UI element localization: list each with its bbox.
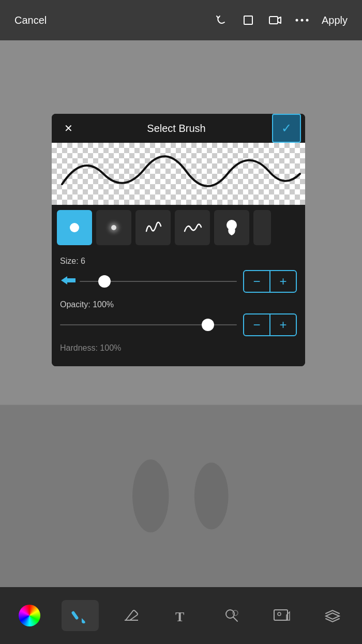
color-wheel: [19, 605, 40, 626]
eraser-icon: [119, 604, 142, 627]
toolbar-left: Cancel: [8, 10, 53, 31]
brush-item-partial: [253, 210, 271, 245]
bottom-toolbar: T: [0, 587, 362, 644]
size-label: Size: 6: [60, 257, 297, 266]
svg-point-7: [132, 459, 169, 532]
wave-brush-icon: [182, 217, 203, 238]
dialog-close-button[interactable]: ✕: [54, 114, 83, 143]
round-brush-dot: [70, 223, 79, 232]
svg-point-3: [300, 19, 303, 22]
opacity-stepper: − +: [243, 313, 297, 336]
script-brush-icon: [142, 217, 164, 238]
svg-point-8: [194, 462, 229, 529]
size-slider-track: [80, 281, 237, 282]
brush-item-wave[interactable]: [175, 210, 210, 245]
layers-icon: [321, 604, 344, 627]
svg-rect-1: [269, 17, 278, 24]
svg-point-4: [306, 19, 308, 22]
size-control: Size: 6 −: [60, 257, 297, 293]
svg-rect-0: [244, 16, 252, 24]
controls-section: Size: 6 −: [52, 250, 305, 366]
bottom-tool-layers[interactable]: [314, 600, 351, 631]
size-stepper: − +: [243, 270, 297, 293]
bottom-tool-clone[interactable]: [213, 600, 250, 631]
dialog-confirm-button[interactable]: ✓: [272, 114, 301, 143]
text-icon: T: [170, 604, 192, 627]
bottom-tool-text[interactable]: T: [162, 600, 200, 631]
close-icon: ✕: [64, 122, 73, 134]
svg-text:T: T: [175, 609, 184, 624]
opacity-slider-thumb[interactable]: [202, 319, 214, 331]
svg-point-17: [278, 612, 281, 616]
top-toolbar: Cancel Apply: [0, 0, 362, 40]
apply-button[interactable]: Apply: [315, 10, 354, 31]
size-decrease-button[interactable]: −: [243, 270, 270, 293]
size-slider-container: [60, 272, 237, 291]
opacity-increase-button[interactable]: +: [270, 313, 297, 336]
svg-point-2: [295, 19, 298, 22]
brush-preview: [52, 143, 305, 205]
soft-brush-dot: [111, 225, 116, 230]
size-slider-row: − +: [60, 270, 297, 293]
svg-marker-10: [61, 276, 76, 284]
opacity-slider-row: − +: [60, 313, 297, 336]
opacity-decrease-button[interactable]: −: [243, 313, 270, 336]
opacity-label: Opacity: 100%: [60, 300, 297, 309]
brush-item-script[interactable]: [135, 210, 171, 245]
size-increase-button[interactable]: +: [270, 270, 297, 293]
check-icon: ✓: [281, 121, 292, 136]
brush-item-round[interactable]: [57, 210, 92, 245]
brush-selector: [52, 205, 305, 250]
svg-rect-11: [71, 611, 79, 620]
photo-icon: [270, 604, 293, 627]
bottom-tool-brush[interactable]: [62, 600, 99, 631]
more-button[interactable]: [293, 11, 311, 29]
bottom-tool-eraser[interactable]: [112, 600, 149, 631]
crop-button[interactable]: [239, 11, 258, 29]
undo-button[interactable]: [212, 11, 231, 29]
hardness-label: Hardness: 100%: [60, 343, 297, 353]
hardness-control: Hardness: 100%: [60, 343, 297, 353]
cancel-button[interactable]: Cancel: [8, 10, 53, 31]
size-slider-thumb[interactable]: [98, 275, 111, 288]
dialog-title: Select Brush: [147, 123, 205, 134]
clone-icon: [220, 604, 243, 627]
toolbar-right: Apply: [208, 10, 354, 31]
bottom-tool-color[interactable]: [11, 600, 48, 631]
opacity-slider-track: [60, 324, 237, 325]
dialog-header: ✕ Select Brush ✓: [52, 114, 305, 143]
svg-point-15: [233, 610, 238, 616]
bottom-tool-photo[interactable]: [263, 600, 300, 631]
brush-item-drip[interactable]: [214, 210, 249, 245]
brush-icon: [69, 604, 92, 627]
svg-rect-6: [0, 405, 362, 587]
opacity-slider[interactable]: [60, 317, 237, 333]
size-arrow-icon[interactable]: [60, 272, 77, 291]
color-wheel-icon: [18, 604, 41, 627]
select-brush-dialog: ✕ Select Brush ✓: [52, 114, 305, 366]
opacity-control: Opacity: 100% − +: [60, 300, 297, 336]
brush-item-soft[interactable]: [96, 210, 131, 245]
size-slider[interactable]: [80, 273, 237, 290]
video-button[interactable]: [266, 11, 284, 29]
drip-brush-icon: [221, 217, 243, 238]
